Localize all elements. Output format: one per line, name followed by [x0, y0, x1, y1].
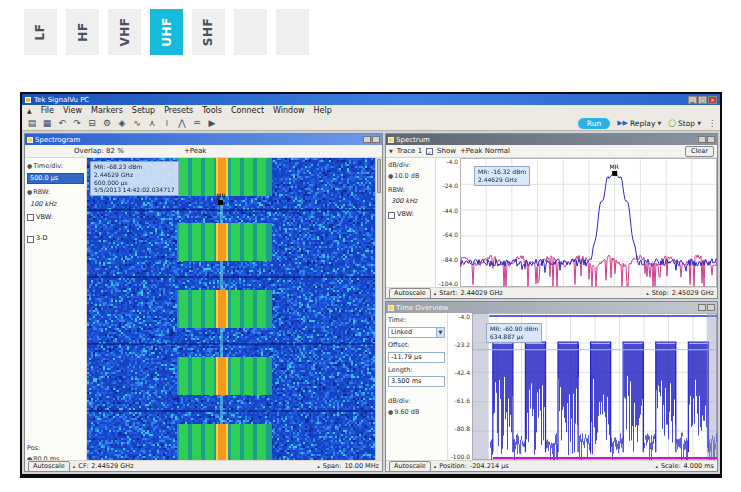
clear-button[interactable]: Clear — [685, 146, 714, 157]
menu-view[interactable]: View — [63, 106, 82, 115]
adjust-arrow-icon[interactable]: ▴ — [434, 463, 437, 469]
adjust-arrow-icon[interactable]: ▴ — [646, 290, 649, 296]
panel-restore-button[interactable] — [698, 304, 706, 311]
spectrogram-canvas[interactable] — [87, 158, 375, 460]
offset-field[interactable]: -11.79 µs — [388, 352, 445, 363]
autoscale-button[interactable]: Autoscale — [28, 461, 70, 472]
spectrogram-titlebar[interactable]: Spectrogram — [25, 134, 382, 145]
trace-selector[interactable]: Trace 1 — [397, 147, 422, 155]
panel-maximize-button[interactable] — [372, 136, 380, 143]
radio-icon[interactable]: ● — [388, 408, 393, 415]
panel-restore-button[interactable] — [698, 136, 706, 143]
span-label: Span: — [323, 462, 342, 470]
span-value[interactable]: 10.00 MHz — [344, 462, 379, 470]
scale-label: Scale: — [661, 462, 681, 470]
spectrum-titlebar[interactable]: Spectrum — [386, 134, 717, 145]
adjust-arrow-icon[interactable]: ▴ — [655, 463, 658, 469]
tab-vhf[interactable]: VHF — [108, 9, 141, 55]
detector-readout[interactable]: +Peak Normal — [460, 147, 510, 155]
menu-tools[interactable]: Tools — [202, 106, 222, 115]
db-div-value[interactable]: 9.60 dB — [394, 408, 419, 416]
menu-presets[interactable]: Presets — [164, 106, 193, 115]
time-div-field[interactable]: 500.0 µs — [27, 173, 84, 184]
time-mode-dropdown[interactable]: Linked▼ — [388, 327, 445, 338]
cf-value[interactable]: 2.44529 GHz — [91, 462, 133, 470]
panel-restore-button[interactable] — [363, 136, 371, 143]
tab-shf[interactable]: SHF — [192, 9, 225, 55]
spectrum-plot[interactable]: MR: -16.32 dBm 2.44629 GHz — [460, 158, 717, 287]
markers-icon[interactable]: ⋏ — [146, 117, 158, 129]
threed-label: 3-D — [36, 234, 48, 244]
show-checkbox[interactable]: ✓ — [426, 148, 433, 155]
stop-value[interactable]: 2.45029 GHz — [672, 289, 714, 297]
undo-icon[interactable]: ↶ — [56, 117, 68, 129]
radio-icon[interactable]: ● — [388, 172, 393, 179]
run-button[interactable]: Run — [578, 118, 610, 129]
acquire-icon[interactable]: ◈ — [116, 117, 128, 129]
time-overview-panel: Time Overview Time: Linked▼ Offset: -11.… — [385, 301, 718, 472]
spectrogram-plot[interactable]: T MR: -68.23 dBm 2.44629 GHz 600.000 µs … — [87, 158, 375, 460]
scrollbar-thumb[interactable] — [377, 159, 381, 193]
window-titlebar[interactable]: Tek SignalVu PC ▁ □ ✕ — [22, 94, 720, 105]
position-label: Position: — [439, 462, 467, 470]
autoscale-button[interactable]: Autoscale — [389, 288, 431, 299]
spectrum-icon[interactable]: ∿ — [131, 117, 143, 129]
start-value[interactable]: 2.44029 GHz — [460, 289, 502, 297]
vbw-checkbox[interactable] — [27, 214, 34, 221]
panel-maximize-button[interactable] — [707, 136, 715, 143]
menu-help[interactable]: Help — [314, 106, 332, 115]
tab-lf[interactable]: LF — [24, 9, 57, 55]
tab-hf[interactable]: HF — [66, 9, 99, 55]
spectrogram-scrollbar[interactable] — [375, 158, 382, 460]
menu-markers[interactable]: Markers — [91, 106, 123, 115]
spectrum-controls: dB/div: ●10.0 dB RBW: 300 kHz VBW: — [386, 158, 436, 287]
settings-icon[interactable]: ⚙ — [101, 117, 113, 129]
tab-uhf[interactable]: UHF — [150, 9, 183, 55]
tab-blank-2[interactable] — [276, 9, 309, 55]
vbw-label: VBW: — [397, 210, 414, 220]
menu-connect[interactable]: Connect — [231, 106, 264, 115]
adjust-arrow-icon[interactable]: ▴ — [73, 463, 76, 469]
scale-value[interactable]: 4.000 ms — [684, 462, 714, 470]
chevron-down-icon: ▼ — [657, 120, 661, 126]
time-overview-plot[interactable]: MR: -60.90 dBm 634.887 µs — [472, 313, 717, 460]
rbw-value[interactable]: 100 kHz — [27, 199, 84, 210]
autoscale-button[interactable]: Autoscale — [389, 461, 431, 472]
threed-checkbox[interactable] — [27, 236, 34, 243]
replay-button[interactable]: ▶▶ Replay ▼ — [617, 119, 661, 128]
length-field[interactable]: 3.500 ms — [388, 376, 445, 387]
time-overview-titlebar[interactable]: Time Overview — [386, 302, 717, 313]
spectrogram-statusbar: Autoscale ▴ CF: 2.44529 GHz ▴ Span: 10.0… — [25, 460, 382, 471]
adjust-arrow-icon[interactable]: ▴ — [317, 463, 320, 469]
rbw-value[interactable]: 300 kHz — [388, 196, 433, 207]
save-icon[interactable]: ▦ — [41, 117, 53, 129]
menu-window[interactable]: Window — [273, 106, 305, 115]
position-value[interactable]: -204.214 µs — [470, 462, 509, 470]
panel-maximize-button[interactable] — [707, 304, 715, 311]
menu-file[interactable]: File — [41, 106, 54, 115]
adjust-arrow-icon[interactable]: ▴ — [434, 290, 437, 296]
close-button[interactable]: ✕ — [708, 96, 717, 104]
analysis-icon[interactable]: ⋀ — [176, 117, 188, 129]
detector-selector[interactable]: +Peak — [184, 147, 207, 155]
window-title: Tek SignalVu PC — [34, 96, 89, 104]
db-div-value[interactable]: 10.0 dB — [394, 172, 419, 180]
spectrum-y-axis: -4.0-24.0-44.0 -64.0-84.0-104.0 — [436, 158, 460, 287]
overflow-menu-icon[interactable]: ⋮ — [708, 119, 716, 128]
trace-icon[interactable]: ≀ — [161, 117, 173, 129]
spectrum-panel: Spectrum ▼ Trace 1 ✓ Show +Peak Normal C… — [385, 133, 718, 299]
amplitude-icon[interactable]: ♒ — [191, 117, 203, 129]
radio-icon[interactable]: ● — [27, 162, 32, 169]
print-icon[interactable]: ⊟ — [86, 117, 98, 129]
tab-vhf-label: VHF — [118, 17, 132, 46]
menu-setup[interactable]: Setup — [132, 106, 155, 115]
radio-icon[interactable]: ● — [27, 188, 32, 195]
minimize-button[interactable]: ▁ — [688, 96, 697, 104]
tab-blank-1[interactable] — [234, 9, 267, 55]
stop-button[interactable]: ◯ Stop ▼ — [668, 119, 701, 128]
vbw-checkbox[interactable] — [388, 212, 395, 219]
trigger-icon[interactable]: ▶ — [206, 117, 218, 129]
maximize-button[interactable]: □ — [698, 96, 707, 104]
redo-icon[interactable]: ↷ — [71, 117, 83, 129]
open-icon[interactable]: ▤ — [26, 117, 38, 129]
